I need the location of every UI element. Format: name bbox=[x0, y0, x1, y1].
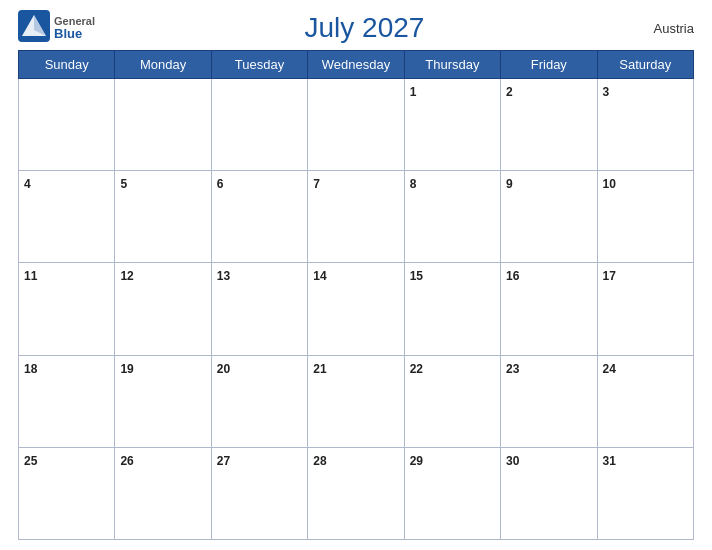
day-header-saturday: Saturday bbox=[597, 51, 693, 79]
header-row: SundayMondayTuesdayWednesdayThursdayFrid… bbox=[19, 51, 694, 79]
calendar-cell: 21 bbox=[308, 355, 404, 447]
date-number: 9 bbox=[506, 177, 513, 191]
date-number: 19 bbox=[120, 362, 133, 376]
date-number: 29 bbox=[410, 454, 423, 468]
logo-text: General Blue bbox=[54, 16, 95, 40]
day-header-thursday: Thursday bbox=[404, 51, 500, 79]
calendar-cell: 2 bbox=[501, 79, 597, 171]
calendar-cell: 17 bbox=[597, 263, 693, 355]
calendar-cell: 6 bbox=[211, 171, 307, 263]
date-number: 14 bbox=[313, 269, 326, 283]
logo: General Blue bbox=[18, 10, 95, 46]
calendar-cell: 18 bbox=[19, 355, 115, 447]
calendar-cell: 16 bbox=[501, 263, 597, 355]
calendar-cell bbox=[115, 79, 211, 171]
calendar-cell: 22 bbox=[404, 355, 500, 447]
calendar-cell: 28 bbox=[308, 447, 404, 539]
date-number: 25 bbox=[24, 454, 37, 468]
logo-icon bbox=[18, 10, 50, 46]
top-bar: General Blue July 2027 Austria bbox=[18, 10, 694, 46]
calendar-cell: 23 bbox=[501, 355, 597, 447]
calendar-cell: 13 bbox=[211, 263, 307, 355]
calendar-cell: 8 bbox=[404, 171, 500, 263]
calendar-cell: 9 bbox=[501, 171, 597, 263]
date-number: 21 bbox=[313, 362, 326, 376]
calendar-cell: 5 bbox=[115, 171, 211, 263]
calendar-cell: 30 bbox=[501, 447, 597, 539]
day-header-tuesday: Tuesday bbox=[211, 51, 307, 79]
calendar-cell: 31 bbox=[597, 447, 693, 539]
calendar-cell: 7 bbox=[308, 171, 404, 263]
calendar-cell: 15 bbox=[404, 263, 500, 355]
date-number: 8 bbox=[410, 177, 417, 191]
calendar-cell: 12 bbox=[115, 263, 211, 355]
date-number: 22 bbox=[410, 362, 423, 376]
date-number: 3 bbox=[603, 85, 610, 99]
week-row-3: 11121314151617 bbox=[19, 263, 694, 355]
date-number: 27 bbox=[217, 454, 230, 468]
logo-blue-text: Blue bbox=[54, 27, 95, 40]
date-number: 20 bbox=[217, 362, 230, 376]
date-number: 10 bbox=[603, 177, 616, 191]
calendar-cell bbox=[211, 79, 307, 171]
day-header-friday: Friday bbox=[501, 51, 597, 79]
date-number: 6 bbox=[217, 177, 224, 191]
calendar-cell: 19 bbox=[115, 355, 211, 447]
date-number: 26 bbox=[120, 454, 133, 468]
country-label: Austria bbox=[634, 21, 694, 36]
calendar-cell: 11 bbox=[19, 263, 115, 355]
calendar-cell: 24 bbox=[597, 355, 693, 447]
date-number: 16 bbox=[506, 269, 519, 283]
week-row-5: 25262728293031 bbox=[19, 447, 694, 539]
calendar-cell: 25 bbox=[19, 447, 115, 539]
week-row-1: 123 bbox=[19, 79, 694, 171]
date-number: 4 bbox=[24, 177, 31, 191]
week-row-2: 45678910 bbox=[19, 171, 694, 263]
day-header-wednesday: Wednesday bbox=[308, 51, 404, 79]
date-number: 12 bbox=[120, 269, 133, 283]
calendar-cell bbox=[308, 79, 404, 171]
date-number: 24 bbox=[603, 362, 616, 376]
date-number: 1 bbox=[410, 85, 417, 99]
calendar-cell bbox=[19, 79, 115, 171]
date-number: 18 bbox=[24, 362, 37, 376]
calendar-cell: 20 bbox=[211, 355, 307, 447]
date-number: 11 bbox=[24, 269, 37, 283]
date-number: 13 bbox=[217, 269, 230, 283]
day-header-monday: Monday bbox=[115, 51, 211, 79]
calendar-cell: 27 bbox=[211, 447, 307, 539]
day-header-sunday: Sunday bbox=[19, 51, 115, 79]
calendar-cell: 29 bbox=[404, 447, 500, 539]
date-number: 2 bbox=[506, 85, 513, 99]
week-row-4: 18192021222324 bbox=[19, 355, 694, 447]
calendar-cell: 1 bbox=[404, 79, 500, 171]
date-number: 17 bbox=[603, 269, 616, 283]
date-number: 28 bbox=[313, 454, 326, 468]
date-number: 15 bbox=[410, 269, 423, 283]
date-number: 23 bbox=[506, 362, 519, 376]
date-number: 31 bbox=[603, 454, 616, 468]
calendar-cell: 3 bbox=[597, 79, 693, 171]
calendar-cell: 26 bbox=[115, 447, 211, 539]
date-number: 5 bbox=[120, 177, 127, 191]
calendar-cell: 4 bbox=[19, 171, 115, 263]
date-number: 30 bbox=[506, 454, 519, 468]
date-number: 7 bbox=[313, 177, 320, 191]
calendar-table: SundayMondayTuesdayWednesdayThursdayFrid… bbox=[18, 50, 694, 540]
calendar-title: July 2027 bbox=[95, 12, 634, 44]
calendar-cell: 10 bbox=[597, 171, 693, 263]
calendar-cell: 14 bbox=[308, 263, 404, 355]
